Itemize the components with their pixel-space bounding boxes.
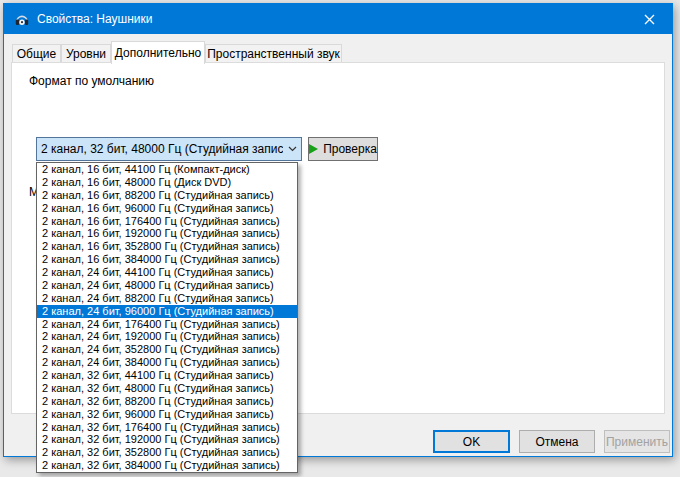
dropdown-item[interactable]: 2 канал, 24 бит, 48000 Гц (Студийная зап… xyxy=(37,279,297,292)
chevron-down-icon[interactable] xyxy=(283,138,301,160)
cancel-button[interactable]: Отмена xyxy=(519,430,595,453)
dropdown-item[interactable]: 2 канал, 24 бит, 96000 Гц (Студийная зап… xyxy=(37,305,297,318)
dropdown-item[interactable]: 2 канал, 16 бит, 44100 Гц (Компакт-диск) xyxy=(37,163,297,176)
dropdown-item[interactable]: 2 канал, 24 бит, 44100 Гц (Студийная зап… xyxy=(37,266,297,279)
test-button[interactable]: Проверка xyxy=(308,137,378,161)
dropdown-item[interactable]: 2 канал, 32 бит, 384000 Гц (Студийная за… xyxy=(37,459,297,472)
dropdown-item[interactable]: 2 канал, 32 бит, 48000 Гц (Студийная зап… xyxy=(37,382,297,395)
screenshot-stage: Свойства: Наушники Общие Уровни Дополнит… xyxy=(0,0,680,477)
dropdown-item[interactable]: 2 канал, 32 бит, 96000 Гц (Студийная зап… xyxy=(37,408,297,421)
dropdown-item[interactable]: 2 канал, 16 бит, 48000 Гц (Диск DVD) xyxy=(37,176,297,189)
dropdown-item[interactable]: 2 канал, 32 бит, 88200 Гц (Студийная зап… xyxy=(37,395,297,408)
dropdown-item[interactable]: 2 канал, 16 бит, 96000 Гц (Студийная зап… xyxy=(37,202,297,215)
test-button-label: Проверка xyxy=(323,142,377,156)
tab-label: Пространственный звук xyxy=(207,47,340,61)
dropdown-item[interactable]: 2 канал, 32 бит, 352800 Гц (Студийная за… xyxy=(37,446,297,459)
tab-label: Уровни xyxy=(66,47,106,61)
dropdown-item[interactable]: 2 канал, 24 бит, 88200 Гц (Студийная зап… xyxy=(37,292,297,305)
tab-label: Общие xyxy=(17,47,56,61)
dropdown-list[interactable]: 2 канал, 16 бит, 44100 Гц (Компакт-диск)… xyxy=(36,162,298,473)
ok-button[interactable]: OK xyxy=(433,430,510,453)
dropdown-item[interactable]: 2 канал, 24 бит, 384000 Гц (Студийная за… xyxy=(37,356,297,369)
format-combobox-value: 2 канал, 32 бит, 48000 Гц (Студийная зап… xyxy=(37,142,283,156)
close-icon xyxy=(644,14,655,25)
tab-spatial-sound[interactable]: Пространственный звук xyxy=(205,44,342,63)
headphones-icon xyxy=(14,11,30,27)
titlebar[interactable]: Свойства: Наушники xyxy=(4,4,672,34)
dropdown-item[interactable]: 2 канал, 24 бит, 176400 Гц (Студийная за… xyxy=(37,318,297,331)
dropdown-item[interactable]: 2 канал, 16 бит, 176400 Гц (Студийная за… xyxy=(37,215,297,228)
tab-levels[interactable]: Уровни xyxy=(61,44,111,63)
apply-button[interactable]: Применить xyxy=(604,430,670,453)
dropdown-item[interactable]: 2 канал, 32 бит, 176400 Гц (Студийная за… xyxy=(37,421,297,434)
play-icon xyxy=(309,144,318,154)
tab-label: Дополнительно xyxy=(115,46,201,60)
dropdown-item[interactable]: 2 канал, 32 бит, 44100 Гц (Студийная зап… xyxy=(37,369,297,382)
close-button[interactable] xyxy=(626,4,672,34)
dropdown-item[interactable]: 2 канал, 24 бит, 192000 Гц (Студийная за… xyxy=(37,330,297,343)
dropdown-item[interactable]: 2 канал, 24 бит, 352800 Гц (Студийная за… xyxy=(37,343,297,356)
dropdown-item[interactable]: 2 канал, 16 бит, 192000 Гц (Студийная за… xyxy=(37,227,297,240)
dropdown-item[interactable]: 2 канал, 32 бит, 192000 Гц (Студийная за… xyxy=(37,433,297,446)
window-title: Свойства: Наушники xyxy=(37,12,152,26)
tab-advanced[interactable]: Дополнительно xyxy=(111,41,205,64)
dropdown-item[interactable]: 2 канал, 16 бит, 88200 Гц (Студийная зап… xyxy=(37,189,297,202)
dropdown-item[interactable]: 2 канал, 16 бит, 384000 Гц (Студийная за… xyxy=(37,253,297,266)
dropdown-item[interactable]: 2 канал, 16 бит, 352800 Гц (Студийная за… xyxy=(37,240,297,253)
format-combobox[interactable]: 2 канал, 32 бит, 48000 Гц (Студийная зап… xyxy=(36,137,302,161)
default-format-group-title: Формат по умолчанию xyxy=(26,74,157,88)
tab-general[interactable]: Общие xyxy=(12,44,61,63)
